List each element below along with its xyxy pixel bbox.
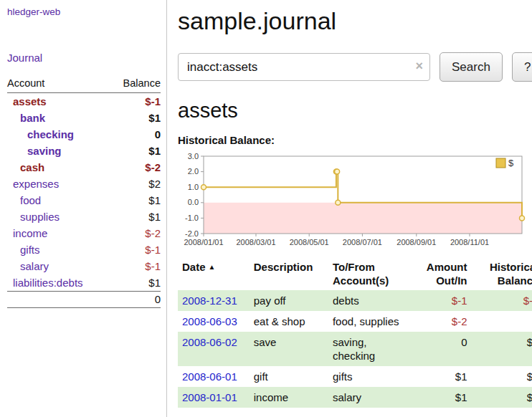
account-link[interactable]: income [13, 227, 47, 239]
transaction-date-link[interactable]: 2008-06-02 [182, 336, 237, 348]
account-name-cell: expenses [7, 176, 110, 192]
transaction-description: income [250, 387, 328, 408]
data-point-marker [201, 185, 206, 190]
account-row: bank$1 [7, 110, 161, 126]
register-header-row: Date▲ Description To/From Account(s) Amo… [178, 258, 532, 290]
register-header-date[interactable]: Date▲ [178, 258, 250, 290]
account-row: income$-2 [7, 225, 161, 241]
accounts-total-spacer [7, 292, 110, 308]
x-tick-label: 2008/03/01 [236, 238, 275, 246]
transaction-date-cell: 2008-06-03 [178, 311, 250, 332]
transaction-balance: $-1 [472, 290, 532, 311]
search-button[interactable]: Search [440, 52, 503, 82]
accounts-table-head: Account Balance [7, 75, 161, 93]
transaction-amount: $1 [409, 366, 471, 387]
account-link[interactable]: assets [13, 95, 47, 107]
y-tick-label: -2.0 [185, 229, 199, 238]
data-point-marker [336, 200, 341, 205]
chart-title: Historical Balance: [178, 134, 532, 146]
account-name-cell: income [7, 225, 110, 241]
sidebar-item-journal[interactable]: Journal [7, 52, 161, 64]
y-tick-label: 3.0 [188, 152, 199, 160]
app-title-link[interactable]: hledger-web [7, 6, 161, 17]
account-balance: $1 [110, 208, 161, 225]
transaction-description: eat & shop [250, 311, 328, 332]
search-input[interactable] [178, 53, 430, 81]
transaction-description: save [250, 332, 328, 366]
transaction-amount: $-2 [409, 311, 471, 332]
account-link[interactable]: checking [27, 128, 74, 140]
transaction-accounts: debts [328, 290, 409, 311]
register-header-description: Description [250, 258, 328, 290]
account-balance: $1 [110, 192, 161, 208]
account-balance: $1 [110, 110, 161, 126]
transaction-date-cell: 2008-01-01 [178, 387, 250, 408]
accounts-header-row: Account Balance [7, 75, 161, 93]
transaction-accounts: gifts [328, 366, 409, 387]
account-link[interactable]: gifts [20, 244, 40, 256]
transaction-description: gift [250, 366, 328, 387]
transaction-amount: $-1 [409, 290, 471, 311]
account-row: expenses$2 [7, 176, 161, 192]
account-link[interactable]: salary [20, 260, 49, 272]
transaction-date-link[interactable]: 2008-06-01 [182, 370, 237, 383]
accounts-tbody: assets$-1bank$1checking0saving$1cash$-2e… [7, 93, 161, 292]
account-row: cash$-2 [7, 159, 161, 176]
account-row: saving$1 [7, 143, 161, 159]
transaction-date-link[interactable]: 2008-01-01 [182, 391, 237, 403]
account-name-cell: cash [7, 159, 110, 176]
x-tick-label: 2008/07/01 [343, 238, 382, 246]
account-row: supplies$1 [7, 208, 161, 225]
account-link[interactable]: liabilities:debts [13, 277, 83, 289]
account-name-cell: food [7, 192, 110, 208]
accounts-total-value: 0 [110, 292, 161, 308]
main-content: sample.journal × Search ? assets Histori… [167, 0, 532, 417]
clear-search-icon[interactable]: × [415, 59, 423, 74]
account-link[interactable]: expenses [13, 178, 59, 190]
x-tick-label: 2008/09/01 [396, 238, 436, 246]
transaction-balance: 0 [472, 311, 532, 332]
register-header-accounts-line2: Account(s) [333, 274, 389, 287]
help-button[interactable]: ? [512, 52, 532, 82]
x-tick-label: 2008/01/01 [184, 238, 223, 246]
transaction-row: 2008-06-02savesaving, checking0$2 [178, 332, 532, 366]
page: hledger-web Journal Account Balance asse… [0, 0, 532, 417]
account-balance: $-2 [110, 159, 161, 176]
transaction-balance: $2 [472, 366, 532, 387]
transaction-date-link[interactable]: 2008-12-31 [182, 294, 237, 307]
transaction-row: 2008-12-31pay offdebts$-1$-1 [178, 290, 532, 311]
transaction-row: 2008-06-03eat & shopfood, supplies$-20 [178, 311, 532, 332]
register-header-date-label: Date [182, 261, 206, 273]
account-link[interactable]: cash [20, 161, 44, 173]
account-balance: $1 [110, 143, 161, 159]
account-name-cell: bank [7, 110, 110, 126]
account-link[interactable]: saving [27, 145, 62, 157]
data-point-marker [520, 216, 525, 221]
account-link[interactable]: food [20, 194, 41, 206]
account-balance: $-1 [110, 93, 161, 110]
transaction-date-cell: 2008-12-31 [178, 290, 250, 311]
legend-label: $ [508, 158, 514, 168]
balance-chart: 3.02.01.00.0-1.0-2.02008/01/012008/03/01… [178, 149, 529, 251]
account-link[interactable]: bank [20, 112, 45, 124]
account-name-cell: supplies [7, 208, 110, 225]
y-tick-label: -1.0 [185, 214, 199, 222]
transaction-balance: $1 [472, 387, 532, 408]
register-header-balance-line1: Historical [490, 261, 532, 273]
accounts-table: Account Balance assets$-1bank$1checking0… [7, 75, 161, 308]
transaction-date-link[interactable]: 2008-06-03 [182, 315, 237, 327]
account-link[interactable]: supplies [20, 211, 60, 223]
account-balance: $-2 [110, 225, 161, 241]
transaction-description: pay off [250, 290, 328, 311]
account-balance: $-1 [110, 258, 161, 274]
account-balance: $2 [110, 176, 161, 192]
register-header-balance: Historical Balance [472, 258, 532, 290]
account-row: checking0 [7, 126, 161, 143]
x-tick-label: 2008/05/01 [290, 238, 329, 246]
account-name-cell: saving [7, 143, 110, 159]
account-row: salary$-1 [7, 258, 161, 274]
account-name-cell: assets [7, 93, 110, 110]
search-box: × [178, 53, 430, 81]
negative-region [204, 203, 522, 234]
legend-swatch [496, 158, 505, 168]
